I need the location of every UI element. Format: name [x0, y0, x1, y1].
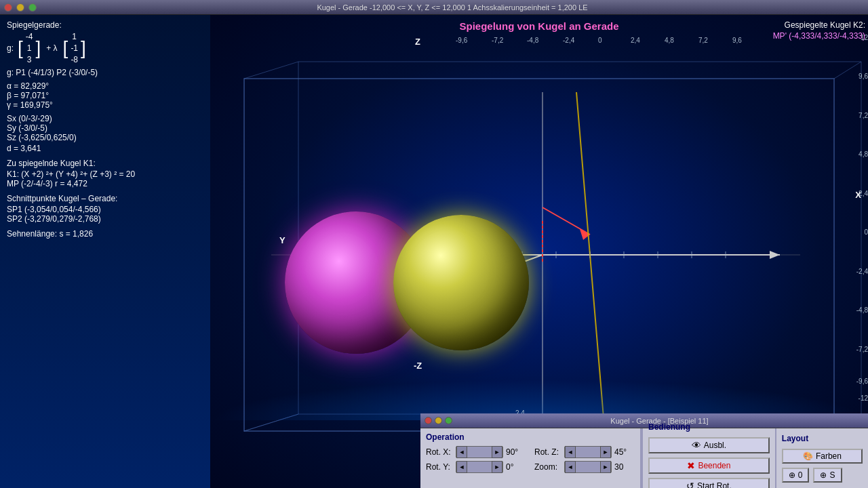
lambda-label: + λ [46, 43, 57, 53]
matrix-close-bracket-2: ] [81, 39, 86, 58]
zoom-right-arrow[interactable]: ► [600, 461, 611, 473]
zoom-slider[interactable]: ◄ ► [564, 461, 612, 473]
dialog-body: Operation Rot. X: ◄ ► 90° Rot. Z: ◄ [420, 428, 868, 488]
rot-x-right-arrow[interactable]: ► [492, 446, 502, 458]
m1-r2: 1 [27, 43, 32, 54]
left-panel: Spiegelgerade: g: [ -4 1 3 ] + λ [ 1 -1 … [0, 15, 210, 488]
rot-x-slider[interactable]: ◄ ► [456, 446, 503, 458]
operation-section: Operation Rot. X: ◄ ► 90° Rot. Z: ◄ [420, 428, 642, 488]
bedienung-title: Bedienung [648, 422, 770, 432]
bottom-dialog: Kugel - Gerade - [Beispiel 11] Operation… [420, 413, 868, 488]
zoom-left-arrow[interactable]: ◄ [565, 461, 576, 473]
rot-y-label: Rot. Y: [426, 462, 453, 472]
dialog-minimize-button[interactable] [435, 417, 442, 424]
close-button[interactable] [4, 3, 12, 12]
grid-num-neg2-4: -2,4 [856, 268, 868, 275]
matrix-open-bracket-1: [ [18, 39, 23, 58]
gamma-value: γ = 169,975° [7, 100, 203, 110]
grid-num-9-6: 9,6 [859, 73, 868, 80]
k2-mp: MP' (-4,333/4,333/-4,333) [773, 31, 865, 41]
grid-num-neg9-6: -9,6 [856, 378, 868, 385]
layout-section: Layout 🎨 Farben ⊕ 0 ⊕ S [776, 428, 868, 488]
kugel-label: Zu spiegelnde Kugel K1: [7, 159, 203, 168]
mp-r-value: MP (-2/-4/-3) r = 4,472 [7, 179, 203, 188]
farben-button[interactable]: 🎨 Farben [782, 449, 863, 464]
alpha-value: α = 82,929° [7, 81, 203, 91]
schnittpunkte-section: Schnittpunkte Kugel – Gerade: SP1 (-3,05… [7, 194, 203, 224]
svg-line-4 [244, 414, 298, 431]
sphere-k2 [393, 215, 529, 350]
k1-equation: K1: (X +2) ²+ (Y +4) ²+ (Z +3) ² = 20 [7, 169, 203, 179]
svg-line-2 [834, 62, 861, 79]
rot-x-label: Rot. X: [426, 447, 453, 457]
top-num-4-8: 4,8 [665, 37, 674, 44]
main-area: Spiegelgerade: g: [ -4 1 3 ] + λ [ 1 -1 … [0, 15, 868, 488]
rot-y-slider[interactable]: ◄ ► [456, 461, 503, 473]
rot-z-label: Rot. Z: [534, 447, 561, 457]
rot-x-inner [467, 447, 492, 458]
minimize-button[interactable] [16, 3, 24, 12]
start-rot-icon: ↺ [686, 481, 694, 488]
dialog-titlebar: Kugel - Gerade - [Beispiel 11] [420, 413, 868, 428]
z-axis-label-top: Z [415, 37, 420, 47]
grid-num-2-4: 2,4 [859, 190, 868, 197]
matrix-close-bracket-1: ] [35, 39, 41, 58]
matrix-col2: 1 -1 -8 [71, 31, 78, 65]
rot-y-left-arrow[interactable]: ◄ [456, 461, 467, 473]
matrix-g-prefix: g: [7, 43, 14, 53]
rot-z-right-arrow[interactable]: ► [600, 446, 611, 458]
dialog-close-button[interactable] [425, 417, 432, 424]
layout-s-label: S [829, 470, 835, 480]
grid-num-4-8: 4,8 [859, 150, 868, 158]
m2-r3: -8 [71, 54, 78, 66]
zoom-inner [576, 462, 600, 472]
grid-num-neg4-8: -4,8 [856, 306, 868, 314]
matrix-open-bracket-2: [ [63, 39, 68, 58]
zoom-value: 30 [614, 462, 635, 472]
beenden-icon: ✖ [687, 460, 695, 471]
rot-z-inner [576, 447, 600, 458]
zoom-label: Zoom: [534, 462, 561, 472]
z-axis-label-bottom: -Z [414, 361, 422, 371]
svg-line-18 [542, 207, 590, 235]
grid-num-12: 12 [861, 34, 868, 41]
schnittpunkte-label: Schnittpunkte Kugel – Gerade: [7, 194, 203, 203]
window-title: Kugel - Gerade -12,000 <= X, Y, Z <= 12,… [41, 3, 864, 12]
grid-num-neg7-2: -7,2 [856, 346, 868, 353]
layout-0-button[interactable]: ⊕ 0 [782, 468, 810, 483]
grid-num-neg12: -12 [859, 394, 868, 402]
top-num-0: 0 [598, 37, 602, 44]
rot-z-left-arrow[interactable]: ◄ [565, 446, 576, 458]
top-num-neg7-2: -7,2 [492, 37, 503, 44]
top-num-neg2-4: -2,4 [563, 37, 574, 44]
bedienung-section: Bedienung 👁 Ausbl. ✖ Beenden ↺ Start Rot… [642, 428, 776, 488]
start-rot-button[interactable]: ↺ Start Rot. [648, 478, 770, 488]
maximize-button[interactable] [28, 3, 37, 12]
grid-num-0: 0 [864, 228, 868, 236]
m1-r3: 3 [27, 54, 32, 66]
svg-marker-19 [580, 229, 590, 240]
sehnenlaenge-section: Sehnenlänge: s = 1,826 [7, 229, 203, 239]
top-num-neg9-6: -9,6 [456, 37, 467, 44]
rot-z-slider[interactable]: ◄ ► [564, 446, 612, 458]
ausbl-button[interactable]: 👁 Ausbl. [648, 437, 770, 453]
rot-y-right-arrow[interactable]: ► [492, 461, 502, 473]
s-values-section: Sx (0/-3/-29) Sy (-3/0/-5) Sz (-3,625/0,… [7, 114, 203, 153]
spiegelgerade-section: Spiegelgerade: g: [ -4 1 3 ] + λ [ 1 -1 … [7, 20, 203, 77]
angles-section: α = 82,929° β = 97,071° γ = 169,975° [7, 81, 203, 110]
beenden-button[interactable]: ✖ Beenden [648, 458, 770, 474]
layout-s-button[interactable]: ⊕ S [813, 468, 842, 483]
dialog-maximize-button[interactable] [445, 417, 452, 424]
rot-x-row: Rot. X: ◄ ► 90° Rot. Z: ◄ ► [426, 446, 635, 458]
rot-z-value: 45° [614, 447, 635, 457]
layout-plus-icon: ⊕ [789, 470, 795, 480]
sy-value: Sy (-3/0/-5) [7, 123, 203, 133]
operation-title: Operation [426, 432, 635, 442]
beenden-label: Beenden [698, 461, 730, 470]
3d-viewport[interactable]: Spiegelung von Kugel an Gerade Gespiegel… [210, 15, 868, 488]
svg-line-1 [244, 62, 298, 79]
spiegelgerade-label: Spiegelgerade: [7, 20, 203, 30]
y-axis-label: Y [279, 235, 285, 245]
rot-x-left-arrow[interactable]: ◄ [456, 446, 467, 458]
g-points: g: P1 (-4/1/3) P2 (-3/0/-5) [7, 68, 203, 77]
